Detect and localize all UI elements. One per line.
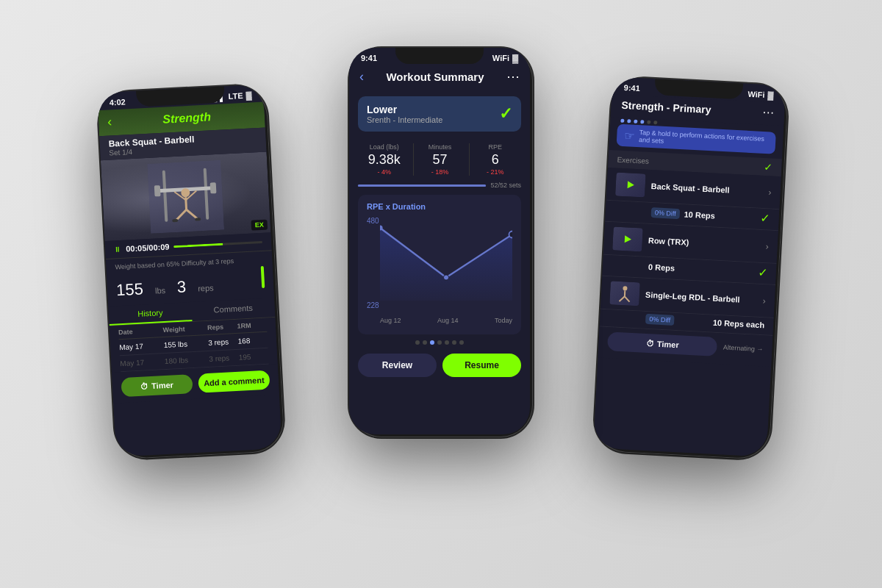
exercise-image-bg (101, 151, 270, 241)
right-dot-2 (627, 119, 631, 123)
app-scene: 4:02 ▌▌▌ LTE ▓ ‹ Strength Back Squat - B… (37, 15, 845, 573)
svg-point-18 (623, 286, 627, 290)
back-arrow-icon[interactable]: ‹ (107, 114, 112, 129)
reps-label: reps (198, 283, 214, 293)
col-orm: 1RM (237, 321, 267, 330)
right-title: Strength - Primary (621, 98, 711, 115)
right-more-icon[interactable]: ⋯ (762, 105, 775, 120)
right-timer-icon: ⏱ (646, 339, 655, 348)
row1-orm: 168 (237, 336, 268, 345)
exercise-1-arrow-icon: › (768, 187, 772, 197)
svg-line-21 (625, 296, 630, 301)
squat-rack-illustration (147, 159, 224, 233)
x-label-aug14: Aug 14 (437, 317, 459, 324)
progress-bar (173, 240, 262, 247)
weight-value: 155 (116, 279, 144, 300)
svg-point-16 (443, 275, 448, 280)
phone-right: 9:41 WiFi ▓ Strength - Primary ⋯ (593, 76, 789, 460)
exercise-2-check-icon: ✓ (757, 265, 767, 280)
exercise-1-check-icon: ✓ (760, 211, 770, 226)
col-weight: Weight (162, 324, 207, 334)
svg-rect-13 (195, 218, 201, 220)
exercise-2-arrow-icon: › (765, 241, 769, 251)
right-status-time: 9:41 (623, 83, 640, 93)
sets-text: 52/52 sets (490, 182, 521, 189)
stat-rpe-label: RPE (470, 143, 521, 151)
center-notch (395, 48, 484, 64)
exercise-3-name: Single-Leg RDL - Barbell (645, 290, 757, 305)
battery-icon: ▓ (245, 90, 252, 99)
sets-bar-fill (358, 184, 486, 187)
workout-name: Lower (367, 104, 442, 115)
stat-load-label: Load (lbs) (358, 143, 410, 151)
reps-value: 3 (176, 277, 187, 297)
col-reps: Reps (207, 323, 237, 331)
workout-card: Lower Srenth - Intermediate ✓ (358, 96, 521, 132)
row1-reps: 3 reps (208, 337, 238, 347)
stat-minutes-value: 57 (414, 152, 465, 168)
progress-fill (173, 243, 222, 247)
play-icon-2 (624, 235, 631, 243)
right-dot-1 (620, 119, 624, 123)
dot-1 (415, 340, 420, 345)
resume-button[interactable]: Resume (442, 354, 521, 377)
row2-reps: 3 reps (209, 354, 239, 363)
dot-5 (445, 340, 449, 345)
timer-text: 00:05/00:09 (126, 243, 170, 254)
exercise-thumb-3 (609, 281, 640, 306)
right-timer-label: Timer (657, 340, 679, 350)
timer-button[interactable]: ⏱ Timer (121, 374, 193, 397)
tap-hold-icon: ☞ (624, 129, 635, 143)
chart-y-top: 480 (367, 217, 379, 225)
exercise-thumb-2 (612, 226, 643, 251)
dot-7 (459, 340, 464, 345)
right-timer-button[interactable]: ⏱ Timer (607, 331, 718, 356)
exercise-1-name: Back Squat - Barbell (650, 182, 762, 196)
weight-unit: lbs (155, 286, 166, 295)
chart-container: 480 228 (367, 217, 512, 327)
center-more-icon[interactable]: ⋯ (506, 68, 520, 85)
add-comment-button[interactable]: Add a comment (198, 370, 270, 393)
row2-weight: 180 lbs (165, 355, 209, 365)
stat-rpe-value: 6 (470, 152, 521, 168)
exercise-3-diff: 0% Diff (645, 314, 675, 326)
review-button[interactable]: Review (358, 354, 437, 377)
exercise-3-arrow-icon: › (762, 295, 766, 306)
stat-rpe: RPE 6 - 21% (469, 143, 521, 176)
center-phone-screen: 9:41 WiFi ▓ ‹ Workout Summary ⋯ Lower Sr… (349, 48, 530, 434)
stat-minutes-change: - 18% (414, 168, 465, 176)
chart-y-bottom: 228 (367, 301, 379, 309)
stat-rpe-change: - 21% (470, 168, 521, 176)
svg-line-20 (620, 296, 625, 301)
left-phone-screen: 4:02 ▌▌▌ LTE ▓ ‹ Strength Back Squat - B… (97, 85, 282, 457)
row2-date: May 17 (120, 357, 165, 368)
center-back-icon[interactable]: ‹ (359, 69, 364, 85)
row1-date: May 17 (119, 341, 164, 351)
left-header-title: Strength (118, 108, 257, 129)
right-status-icons: WiFi ▓ (747, 90, 774, 100)
lte-icon: LTE (228, 91, 243, 101)
stats-row: Load (lbs) 9.38k - 4% Minutes 57 - 18% R… (349, 137, 530, 179)
wifi-icon: WiFi (492, 54, 509, 62)
svg-point-17 (509, 232, 513, 238)
page-dots (349, 334, 530, 349)
right-dot-3 (634, 120, 637, 123)
workout-card-info: Lower Srenth - Intermediate (367, 104, 442, 124)
right-battery-icon: ▓ (767, 90, 774, 99)
row1-weight: 155 lbs (163, 339, 208, 349)
stat-minutes-label: Minutes (414, 143, 465, 151)
weight-section: Weight based on 65% Difficulty at 3 reps… (106, 250, 274, 306)
center-battery-icon: ▓ (512, 54, 518, 62)
exercise-1-info: Back Squat - Barbell (650, 182, 762, 196)
svg-marker-14 (380, 228, 512, 301)
right-dot-6 (653, 121, 657, 124)
row2-orm: 195 (238, 352, 268, 362)
check-complete-icon: ✓ (499, 104, 512, 123)
hint-text: Tap & hold to perform actions for exerci… (639, 129, 769, 150)
chart-title: RPE x Duration (367, 202, 512, 211)
center-status-icons: WiFi ▓ (492, 54, 518, 62)
x-label-today: Today (495, 317, 512, 324)
sets-bar (358, 184, 486, 187)
right-dot-5 (647, 121, 650, 124)
rdl-thumb-svg (613, 284, 636, 304)
